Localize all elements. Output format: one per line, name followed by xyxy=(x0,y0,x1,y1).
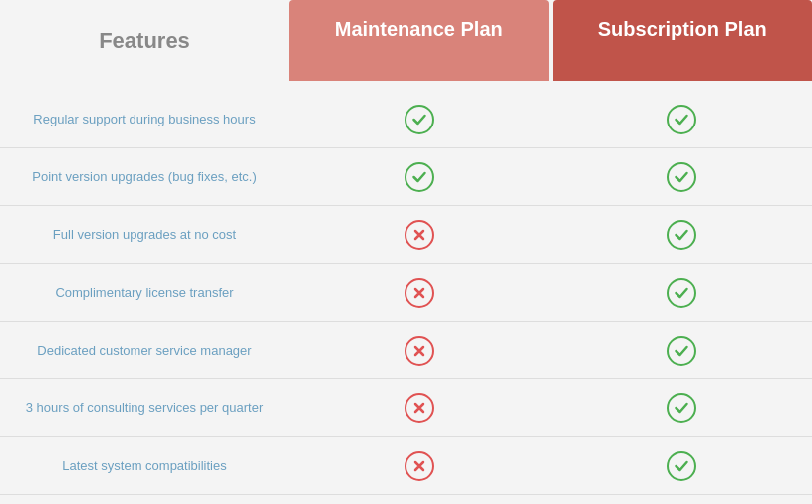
feature-label: Complimentary license transfer xyxy=(0,271,289,314)
maintenance-check xyxy=(289,152,551,202)
feature-label: Dedicated customer service manager xyxy=(0,329,289,372)
feature-label: 3 hours of consulting services per quart… xyxy=(0,386,289,429)
cross-icon xyxy=(405,220,434,250)
subscription-check xyxy=(551,268,813,318)
feature-label: Full version upgrades at no cost xyxy=(0,213,289,256)
table-row: Regular support during business hours xyxy=(0,91,812,148)
maintenance-check xyxy=(289,326,551,376)
cross-icon xyxy=(405,393,434,423)
table-row: Dedicated customer service manager xyxy=(0,322,812,379)
features-table: Regular support during business hours Po… xyxy=(0,91,812,495)
subscription-check xyxy=(551,383,813,433)
table-row: Complimentary license transfer xyxy=(0,264,812,322)
subscription-header: Subscription Plan xyxy=(553,0,813,81)
subscription-check xyxy=(551,152,813,202)
maintenance-check xyxy=(289,268,551,318)
check-icon xyxy=(667,393,696,423)
comparison-table: Features Maintenance Plan Subscription P… xyxy=(0,0,812,495)
check-icon xyxy=(667,105,696,134)
subscription-check xyxy=(551,326,813,376)
table-row: Point version upgrades (bug fixes, etc.) xyxy=(0,148,812,206)
maintenance-check xyxy=(289,441,551,491)
check-icon xyxy=(667,278,696,308)
table-row: 3 hours of consulting services per quart… xyxy=(0,379,812,437)
subscription-check xyxy=(551,441,813,491)
check-icon xyxy=(667,162,696,192)
cross-icon xyxy=(405,336,434,366)
cross-icon xyxy=(405,451,434,481)
check-icon xyxy=(667,451,696,481)
check-icon xyxy=(405,162,434,192)
feature-label: Regular support during business hours xyxy=(0,98,289,140)
check-icon xyxy=(667,336,696,366)
check-icon xyxy=(667,220,696,250)
features-header: Features xyxy=(0,0,289,81)
maintenance-label: Maintenance Plan xyxy=(335,18,503,41)
table-row: Latest system compatibilities xyxy=(0,437,812,495)
maintenance-header: Maintenance Plan xyxy=(289,0,549,81)
subscription-check xyxy=(551,210,813,260)
feature-label: Point version upgrades (bug fixes, etc.) xyxy=(0,155,289,198)
check-icon xyxy=(405,105,434,134)
header-row: Features Maintenance Plan Subscription P… xyxy=(0,0,812,81)
feature-label: Latest system compatibilities xyxy=(0,444,289,487)
cross-icon xyxy=(405,278,434,308)
maintenance-check xyxy=(289,95,551,144)
maintenance-check xyxy=(289,383,551,433)
subscription-label: Subscription Plan xyxy=(598,18,767,41)
maintenance-check xyxy=(289,210,551,260)
features-label: Features xyxy=(99,28,190,54)
table-row: Full version upgrades at no cost xyxy=(0,206,812,264)
subscription-check xyxy=(551,95,813,144)
